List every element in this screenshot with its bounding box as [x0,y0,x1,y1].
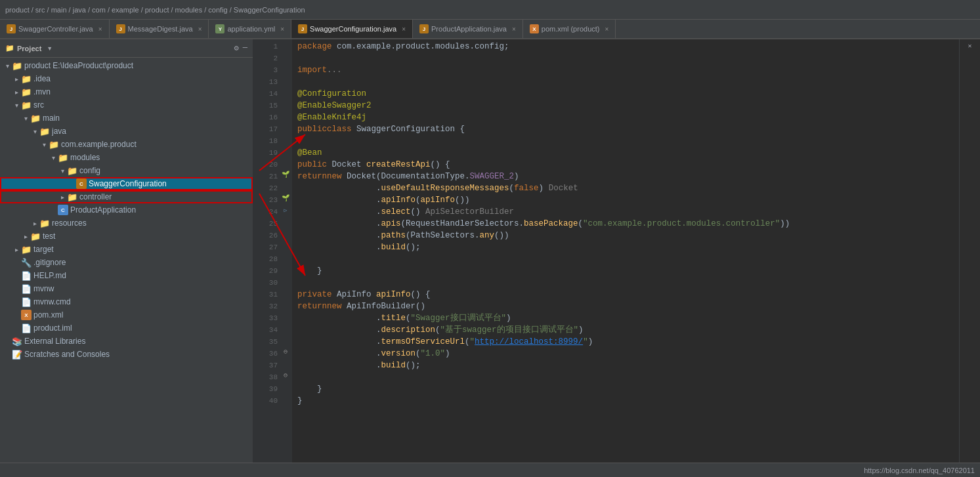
tab-swagger-config[interactable]: JSwaggerConfiguration.java× [291,20,413,39]
tree-label-controller: controller [79,192,253,201]
tree-item-controller[interactable]: ▸📁controller [0,190,253,203]
tab-product-app[interactable]: JProductApplication.java× [413,20,523,38]
tab-close-swagger-config[interactable]: × [402,26,406,33]
tree-icon-mvnw-cmd: 📄 [21,297,32,307]
tab-bar: JSwaggerController.java×JMessageDigest.j… [0,20,980,39]
tab-pom-xml[interactable]: Xpom.xml (product)× [523,20,616,38]
tab-swagger-controller[interactable]: JSwaggerController.java× [0,20,110,38]
breadcrumb-bar: product / src / main / java / com / exam… [0,0,980,20]
tree-item-src[interactable]: ▾📁src [0,98,253,112]
tab-label-pom-xml: pom.xml (product) [542,25,600,33]
tree-item-main[interactable]: ▾📁main [0,112,253,125]
code-line-36: .version("1.0") [297,348,954,360]
tree-item-mvn[interactable]: ▸📁.mvn [0,85,253,98]
tree-arrow-test[interactable]: ▸ [21,233,30,240]
collapse-gutter: ⊖ [280,346,291,357]
tree-arrow-config[interactable]: ▾ [58,167,67,175]
code-area: 1231314151617181920212223242526272829303… [253,39,980,463]
tree-icon-mvn: 📁 [21,87,32,97]
code-line-28 [297,253,954,265]
tree-item-gitignore[interactable]: 🔧.gitignore [0,256,253,269]
tab-close-swagger-controller[interactable]: × [98,26,102,33]
tree-item-mvnw-cmd[interactable]: 📄mvnw.cmd [0,295,253,308]
tree-item-help-md[interactable]: 📄HELP.md [0,269,253,282]
tree-icon-mvnw: 📄 [21,283,32,294]
code-line-24: .select() ApiSelectorBuilder [297,206,954,218]
sidebar-title: 📁 Project ▼ [5,44,53,52]
bean-gutter-icon: 🌱 [280,169,291,180]
tab-label-message-digest: MessageDigest.java [128,25,193,33]
sidebar: 📁 Project ▼ ⚙ — ▾📁product E:\IdeaProduct… [0,39,253,463]
tree-arrow-idea[interactable]: ▸ [12,75,21,83]
tree-arrow-controller[interactable]: ▸ [58,194,67,201]
tree-item-scratches[interactable]: 📝Scratches and Consoles [0,348,253,361]
sidebar-actions[interactable]: ⚙ — [234,43,247,53]
tree-item-product[interactable]: ▾📁product E:\IdeaProduct\product [0,59,253,72]
tree-label-product-iml: product.iml [33,323,253,333]
tree-item-ext-libs[interactable]: 📚External Libraries [0,335,253,348]
tab-close-message-digest[interactable]: × [198,26,202,33]
tab-close-application-yml[interactable]: × [280,26,284,33]
tree-arrow-target[interactable]: ▸ [12,246,21,253]
tab-close-pom-xml[interactable]: × [605,26,608,33]
tree-item-pom-xml-file[interactable]: Xpom.xml [0,308,253,321]
tree-label-idea: .idea [33,74,253,83]
tree-item-product-iml[interactable]: 📄product.iml [0,321,253,335]
tree-item-modules[interactable]: ▾📁modules [0,151,253,164]
tab-application-yml[interactable]: Yapplication.yml× [209,20,291,38]
tree-icon-controller: 📁 [67,192,77,202]
tree-arrow-modules[interactable]: ▾ [49,154,58,161]
tree-arrow-src[interactable]: ▾ [12,102,21,109]
tree-item-swagger-config-class[interactable]: CSwaggerConfiguration [0,177,253,190]
code-line-40: } [297,395,954,407]
tree-icon-target: 📁 [21,244,32,255]
tree-label-test: test [43,232,253,241]
tree-item-target[interactable]: ▸📁target [0,243,253,256]
tree-arrow-main[interactable]: ▾ [21,115,30,122]
status-url: https://blog.csdn.net/qq_40762011 [864,467,975,474]
tree-arrow-java[interactable]: ▾ [30,128,39,135]
tree-item-config[interactable]: ▾📁config [0,164,253,177]
tree-icon-resources: 📁 [39,218,50,228]
tree-item-product-app-class[interactable]: CProductApplication [0,203,253,217]
code-line-30 [297,277,954,289]
tree-icon-modules: 📁 [58,152,68,163]
code-line-38 [297,371,954,383]
settings-icon[interactable]: ⚙ [234,43,239,53]
code-line-23: .apiInfo(apiInfo()) [297,194,954,206]
tree-label-src: src [33,100,253,110]
tree-item-idea[interactable]: ▸📁.idea [0,72,253,85]
code-line-2 [297,52,954,64]
tree-item-java[interactable]: ▾📁java [0,125,253,138]
tree-item-mvnw[interactable]: 📄mvnw [0,282,253,295]
tab-message-digest[interactable]: JMessageDigest.java× [110,20,209,38]
tab-close-product-app[interactable]: × [512,26,516,33]
tree-label-pom-xml-file: pom.xml [33,310,253,320]
tab-icon-product-app: J [419,24,429,33]
minimap-close[interactable]: ✕ [968,42,971,50]
tree-icon-com-example-product: 📁 [49,139,59,150]
tree-label-product-app-class: ProductApplication [70,205,253,215]
tree-item-com-example-product[interactable]: ▾📁com.example.product [0,138,253,151]
tab-icon-pom-xml: X [530,24,539,33]
tree-item-resources[interactable]: ▸📁resources [0,217,253,230]
tree-arrow-mvn[interactable]: ▸ [12,89,21,96]
tree-icon-idea: 📁 [21,73,32,84]
tree-arrow-product[interactable]: ▾ [3,62,12,70]
main-layout: 📁 Project ▼ ⚙ — ▾📁product E:\IdeaProduct… [0,39,980,463]
tree-arrow-resources[interactable]: ▸ [30,220,39,227]
sidebar-tree: ▾📁product E:\IdeaProduct\product▸📁.idea▸… [0,58,253,463]
sidebar-header: 📁 Project ▼ ⚙ — [0,39,253,58]
tree-icon-swagger-config-class: C [76,178,87,189]
tab-icon-application-yml: Y [215,24,224,33]
tree-icon-main: 📁 [30,113,41,123]
tree-arrow-com-example-product[interactable]: ▾ [39,141,49,148]
code-content[interactable]: package com.example.product.modules.conf… [292,39,959,463]
collapse-icon[interactable]: — [243,43,247,53]
code-line-32: return new ApiInfoBuilder() [297,301,954,312]
code-line-35: .termsOfServiceUrl("http://localhost:899… [297,336,954,348]
tree-label-mvnw: mvnw [33,284,253,293]
code-line-26: .paths(PathSelectors.any()) [297,230,954,241]
tree-label-target: target [33,245,253,254]
tree-item-test[interactable]: ▸📁test [0,230,253,243]
